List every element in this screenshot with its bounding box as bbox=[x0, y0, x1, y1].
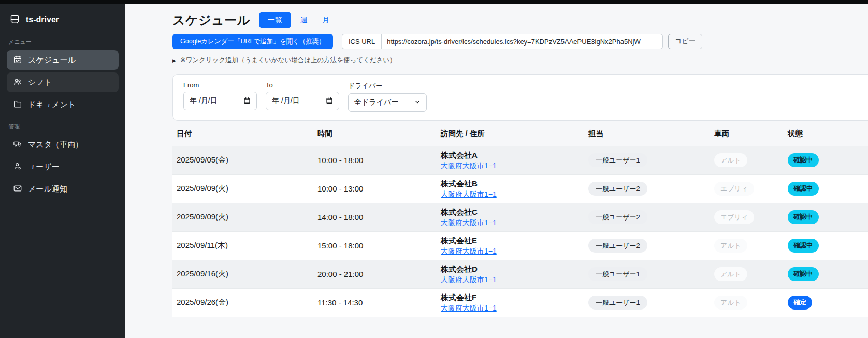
address-link[interactable]: 大阪府大阪市1−1 bbox=[441, 274, 497, 285]
address-link[interactable]: 大阪府大阪市1−1 bbox=[441, 246, 497, 256]
sidebar-item-mail-notify[interactable]: メール通知 bbox=[7, 179, 119, 199]
table-row: 2025/09/26(金) 11:30 - 14:30 株式会社F 大阪府大阪市… bbox=[172, 288, 868, 317]
sidebar-item-master-vehicle[interactable]: マスタ（車両） bbox=[7, 135, 119, 154]
schedule-time: 11:30 - 14:30 bbox=[317, 298, 363, 307]
app-title: ts-driver bbox=[26, 15, 59, 24]
table-row: 2025/09/11(木) 15:00 - 18:00 株式会社E 大阪府大阪市… bbox=[172, 231, 868, 260]
sidebar: ts-driver メニュー スケジュール bbox=[0, 4, 125, 338]
to-date-input[interactable]: 年 /月/日 bbox=[266, 92, 339, 110]
schedule-date: 2025/09/09(火) bbox=[177, 184, 228, 193]
view-tabs: 一覧 週 月 bbox=[259, 12, 335, 28]
schedule-table-body: 2025/09/05(金) 10:00 - 18:00 株式会社A 大阪府大阪市… bbox=[172, 146, 868, 317]
chevron-down-icon bbox=[410, 98, 421, 107]
from-date-input[interactable]: 年 /月/日 bbox=[183, 92, 257, 110]
calendar-icon bbox=[13, 55, 22, 66]
mail-icon bbox=[13, 184, 22, 195]
table-row: 2025/09/16(火) 20:00 - 21:00 株式会社D 大阪府大阪市… bbox=[172, 260, 868, 288]
calendar-picker-icon[interactable] bbox=[239, 97, 251, 106]
oneclick-note: ※ワンクリック追加（うまくいかない場合は上の方法を使ってください） bbox=[180, 56, 396, 65]
bus-icon bbox=[9, 14, 20, 25]
address-link[interactable]: 大阪府大阪市1−1 bbox=[441, 160, 497, 171]
top-black-strip bbox=[0, 0, 868, 4]
company-name: 株式会社A bbox=[441, 150, 580, 160]
col-header-status: 状態 bbox=[784, 122, 868, 146]
vehicle-pill: アルト bbox=[714, 296, 747, 310]
assignee-pill: 一般ユーザー1 bbox=[588, 267, 647, 281]
col-header-date: 日付 bbox=[172, 122, 313, 146]
sidebar-item-schedule[interactable]: スケジュール bbox=[7, 50, 119, 70]
col-header-vehicle: 車両 bbox=[710, 122, 784, 146]
sidebar-item-users[interactable]: ユーザー bbox=[7, 157, 119, 177]
sidebar-item-label: ドキュメント bbox=[28, 100, 76, 110]
address-link[interactable]: 大阪府大阪市1−1 bbox=[441, 303, 497, 313]
tab-month[interactable]: 月 bbox=[317, 12, 335, 28]
table-row: 2025/09/09(火) 14:00 - 18:00 株式会社C 大阪府大阪市… bbox=[172, 203, 868, 231]
tab-week[interactable]: 週 bbox=[295, 12, 313, 28]
schedule-time: 14:00 - 18:00 bbox=[317, 213, 363, 222]
col-header-time: 時間 bbox=[313, 122, 437, 146]
disclosure-triangle-icon: ▶ bbox=[172, 58, 176, 63]
copy-button[interactable]: コピー bbox=[668, 34, 702, 49]
truck-icon bbox=[13, 139, 22, 150]
sidebar-item-label: メール通知 bbox=[28, 184, 67, 194]
company-name: 株式会社E bbox=[441, 236, 580, 246]
address-link[interactable]: 大阪府大阪市1−1 bbox=[441, 217, 497, 228]
status-badge: 確認中 bbox=[788, 239, 819, 253]
assignee-pill: 一般ユーザー1 bbox=[588, 153, 647, 167]
table-row: 2025/09/05(金) 10:00 - 18:00 株式会社A 大阪府大阪市… bbox=[172, 146, 868, 174]
vehicle-pill: アルト bbox=[714, 239, 747, 253]
status-badge: 確認中 bbox=[788, 153, 819, 167]
driver-label: ドライバー bbox=[348, 81, 427, 91]
driver-select[interactable]: 全ドライバー bbox=[348, 93, 427, 112]
company-name: 株式会社F bbox=[441, 292, 580, 303]
sidebar-item-label: ユーザー bbox=[28, 162, 60, 172]
from-label: From bbox=[183, 81, 257, 89]
schedule-date: 2025/09/11(木) bbox=[177, 241, 228, 249]
vehicle-pill: エブリィ bbox=[714, 182, 754, 196]
assignee-pill: 一般ユーザー2 bbox=[588, 210, 647, 224]
assignee-pill: 一般ユーザー2 bbox=[588, 239, 647, 253]
sidebar-group-menu-label: メニュー bbox=[8, 38, 117, 46]
address-link[interactable]: 大阪府大阪市1−1 bbox=[441, 189, 497, 199]
ics-url-group: ICS URL https://cozora.jp/ts-driver/ics/… bbox=[342, 34, 663, 49]
schedule-date: 2025/09/09(火) bbox=[177, 212, 228, 221]
users-icon bbox=[13, 77, 22, 88]
status-badge: 確認中 bbox=[788, 182, 819, 196]
sidebar-item-shift[interactable]: シフト bbox=[7, 72, 119, 92]
company-name: 株式会社B bbox=[441, 179, 580, 189]
filter-card: From 年 /月/日 To 年 /月/日 bbox=[172, 74, 868, 121]
sidebar-item-documents[interactable]: ドキュメント bbox=[7, 95, 119, 114]
sidebar-item-label: スケジュール bbox=[28, 55, 76, 65]
status-badge: 確認中 bbox=[788, 267, 819, 281]
table-header-row: 日付 時間 訪問先 / 住所 担当 車両 状態 bbox=[172, 122, 868, 146]
company-name: 株式会社D bbox=[441, 264, 580, 274]
sidebar-group-admin-label: 管理 bbox=[8, 123, 117, 130]
ics-url-label: ICS URL bbox=[342, 34, 381, 49]
folder-icon bbox=[13, 99, 22, 110]
status-badge: 確定 bbox=[788, 296, 812, 310]
tab-list[interactable]: 一覧 bbox=[259, 12, 291, 28]
vehicle-pill: エブリィ bbox=[714, 210, 754, 224]
app-logo: ts-driver bbox=[7, 10, 119, 28]
status-badge: 確認中 bbox=[788, 210, 819, 224]
main-content: スケジュール 一覧 週 月 Googleカレンダー「URLで追加」を開く（推奨）… bbox=[125, 4, 868, 338]
schedule-time: 20:00 - 21:00 bbox=[317, 270, 363, 278]
schedule-date: 2025/09/26(金) bbox=[177, 298, 228, 306]
assignee-pill: 一般ユーザー1 bbox=[588, 296, 647, 310]
schedule-table: 日付 時間 訪問先 / 住所 担当 車両 状態 2025/09/05(金) 10… bbox=[172, 122, 868, 317]
vehicle-pill: アルト bbox=[714, 267, 747, 281]
ics-url-input[interactable]: https://cozora.jp/ts-driver/ics/schedule… bbox=[381, 34, 663, 49]
col-header-assignee: 担当 bbox=[584, 122, 710, 146]
sidebar-item-label: シフト bbox=[28, 78, 52, 87]
company-name: 株式会社C bbox=[441, 207, 580, 217]
schedule-date: 2025/09/05(金) bbox=[177, 155, 228, 164]
google-calendar-add-button[interactable]: Googleカレンダー「URLで追加」を開く（推奨） bbox=[172, 34, 333, 49]
schedule-time: 15:00 - 18:00 bbox=[317, 241, 363, 250]
oneclick-disclosure[interactable]: ▶ ※ワンクリック追加（うまくいかない場合は上の方法を使ってください） bbox=[172, 56, 868, 65]
page-title: スケジュール bbox=[172, 12, 250, 28]
to-label: To bbox=[266, 81, 339, 89]
assignee-pill: 一般ユーザー2 bbox=[588, 182, 647, 196]
calendar-picker-icon[interactable] bbox=[322, 97, 333, 106]
user-icon bbox=[13, 161, 22, 172]
schedule-time: 10:00 - 13:00 bbox=[317, 184, 363, 193]
